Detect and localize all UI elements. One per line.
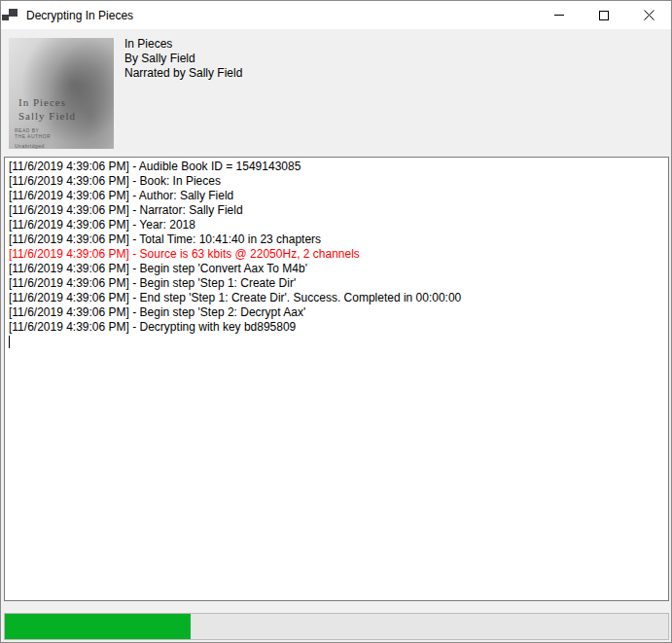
- book-narrator: Narrated by Sally Field: [124, 66, 242, 81]
- book-title: In Pieces: [124, 37, 242, 52]
- log-line: [11/6/2019 4:39:06 PM] - Total Time: 10:…: [9, 232, 664, 247]
- cover-caption: READ BY THE AUTHOR Unabridged: [15, 127, 51, 149]
- caption-buttons: [537, 1, 671, 29]
- book-info: In Pieces By Sally Field Narrated by Sal…: [124, 37, 242, 81]
- log-line: [11/6/2019 4:39:06 PM] - Source is 63 kb…: [9, 247, 664, 262]
- log-line: [11/6/2019 4:39:06 PM] - Begin step 'Ste…: [9, 305, 664, 320]
- text-caret: [9, 336, 10, 348]
- cover-author-text: Sally Field: [18, 110, 76, 122]
- maximize-button[interactable]: [582, 1, 626, 29]
- log-line: [11/6/2019 4:39:06 PM] - Narrator: Sally…: [9, 203, 664, 218]
- book-author: By Sally Field: [124, 52, 242, 66]
- maximize-icon: [599, 11, 609, 20]
- log-line: [11/6/2019 4:39:06 PM] - Author: Sally F…: [9, 189, 664, 203]
- progress-bar: [4, 613, 669, 640]
- log-textarea[interactable]: [11/6/2019 4:39:06 PM] - Audible Book ID…: [4, 157, 669, 601]
- log-line: [11/6/2019 4:39:06 PM] - Begin step 'Ste…: [9, 276, 664, 291]
- log-line: [11/6/2019 4:39:06 PM] - Decrypting with…: [9, 320, 664, 335]
- app-window: Decrypting In Pieces In Pieces Sally Fie…: [0, 0, 672, 643]
- cover-title-text: In Pieces: [18, 96, 66, 108]
- cover-caption-line: THE AUTHOR: [15, 133, 51, 139]
- app-icon: [2, 8, 18, 23]
- window-title: Decrypting In Pieces: [26, 9, 133, 22]
- progress-bar-fill: [5, 614, 191, 639]
- log-line: [11/6/2019 4:39:06 PM] - Year: 2018: [9, 218, 664, 232]
- log-line: [11/6/2019 4:39:06 PM] - Begin step 'Con…: [9, 262, 664, 276]
- app-icon-square-small: [2, 15, 9, 20]
- log-line: [11/6/2019 4:39:06 PM] - End step 'Step …: [9, 291, 664, 305]
- log-line: [11/6/2019 4:39:06 PM] - Audible Book ID…: [9, 160, 664, 174]
- log-line: [11/6/2019 4:39:06 PM] - Book: In Pieces: [9, 174, 664, 189]
- cover-caption-line: Unabridged: [15, 143, 51, 149]
- minimize-button[interactable]: [537, 1, 582, 29]
- app-icon-square-large: [9, 9, 18, 17]
- close-icon: [644, 10, 654, 20]
- book-cover-image: In Pieces Sally Field READ BY THE AUTHOR…: [9, 38, 114, 149]
- minimize-icon: [554, 15, 564, 16]
- title-bar: Decrypting In Pieces: [1, 1, 671, 29]
- close-button[interactable]: [626, 1, 671, 29]
